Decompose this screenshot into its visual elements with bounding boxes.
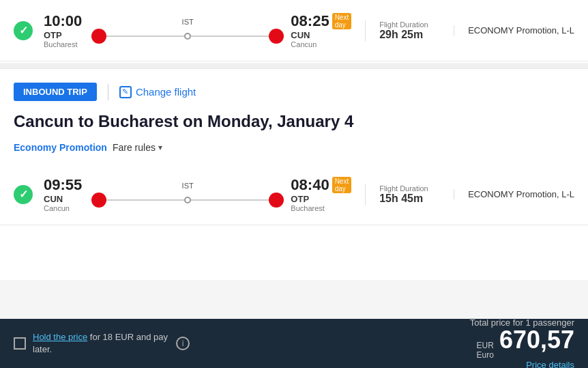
inbound-airline-logo-left [91,193,106,208]
fare-rules-link[interactable]: Fare rules ▾ [113,142,162,153]
inbound-arrival-city: Bucharest [291,204,351,212]
chevron-down-icon: ▾ [158,143,162,152]
outbound-airline-logo-right [269,29,284,44]
inbound-airline-logo-right [269,193,284,208]
change-flight-label: Change flight [136,86,196,98]
inbound-route-dot [184,197,191,203]
outbound-flight-row: 10:00 OTP Bucharest IST 08:25 Nextday CU… [0,0,588,61]
outbound-duration-label: Flight Duration [379,20,440,29]
total-price-value: 670,57 [499,328,574,352]
inbound-trip-badge: INBOUND TRIP [14,83,97,101]
hold-price-link[interactable]: Hold the price [33,332,87,342]
currency-label: EUR [477,341,494,350]
fare-rules-text: Fare rules [113,142,156,153]
outbound-departure-block: 10:00 OTP Bucharest [44,12,85,48]
inbound-arrival-time: 08:40 [291,176,329,194]
outbound-departure-time: 10:00 [44,12,85,30]
outbound-duration-value: 29h 25m [379,29,440,41]
outbound-route-line [91,29,284,44]
inbound-duration-label: Flight Duration [379,184,440,193]
outbound-departure-code: OTP [44,30,85,40]
inbound-route-line-left [106,199,184,201]
outbound-next-day-badge: Nextday [332,13,352,29]
inbound-duration-block: Flight Duration 15h 45m [365,184,440,205]
euro-label: Euro [477,350,494,360]
inbound-trip-header: INBOUND TRIP ✎ Change flight [0,68,588,107]
fare-rules-row: Economy Promotion Fare rules ▾ [0,139,588,164]
outbound-route-dot [184,33,191,40]
hold-price-text: Hold the price for 18 EUR and pay later. [33,331,169,356]
price-row: EUR Euro 670,57 [470,328,574,360]
inbound-departure-block: 09:55 CUN Cancun [44,176,85,212]
outbound-route-middle: IST [85,18,291,44]
inbound-stopover-label: IST [182,182,194,190]
inbound-fare-class: ECONOMY Promotion, L-L [454,189,574,199]
bottom-spacer [0,225,588,280]
outbound-airline-logo-left [91,29,106,44]
inbound-departure-city: Cancun [44,204,85,212]
outbound-fare-class: ECONOMY Promotion, L-L [454,25,574,36]
bottom-bar: Hold the price for 18 EUR and pay later.… [0,319,588,368]
section-divider [0,63,588,68]
outbound-arrival-code: CUN [291,30,351,40]
economy-label: Economy Promotion [14,142,107,153]
change-flight-link[interactable]: ✎ Change flight [119,86,196,98]
inbound-selected-icon [14,185,33,204]
edit-icon: ✎ [119,86,132,98]
inbound-trip-title: Cancun to Bucharest on Monday, January 4 [0,107,588,139]
inbound-next-day-badge: Nextday [332,177,352,193]
outbound-arrival-block: 08:25 Nextday CUN Cancun [291,12,351,48]
inbound-departure-time: 09:55 [44,176,85,194]
price-details-link[interactable]: Price details [470,360,574,369]
inbound-route-middle: IST [85,182,291,208]
inbound-route-line-right [191,199,269,201]
outbound-arrival-time: 08:25 [291,12,329,30]
inbound-duration-value: 15h 45m [379,193,440,205]
outbound-route-line-right [191,36,269,37]
outbound-departure-city: Bucharest [44,40,85,48]
inbound-route-line [91,193,284,208]
outbound-stopover-label: IST [182,18,194,26]
outbound-duration-block: Flight Duration 29h 25m [365,20,440,41]
inbound-departure-code: CUN [44,194,85,204]
price-section: Total price for 1 passenger EUR Euro 670… [470,317,574,369]
hold-price-checkbox[interactable] [14,337,26,350]
inbound-flight-row: 09:55 CUN Cancun IST 08:40 Nextday OTP B… [0,164,588,225]
inbound-arrival-code: OTP [291,194,351,204]
outbound-arrival-city: Cancun [291,40,351,48]
info-icon[interactable]: i [176,337,190,350]
header-divider [108,84,108,100]
outbound-selected-icon [14,21,33,40]
inbound-arrival-block: 08:40 Nextday OTP Bucharest [291,176,351,212]
outbound-route-line-left [106,36,184,37]
